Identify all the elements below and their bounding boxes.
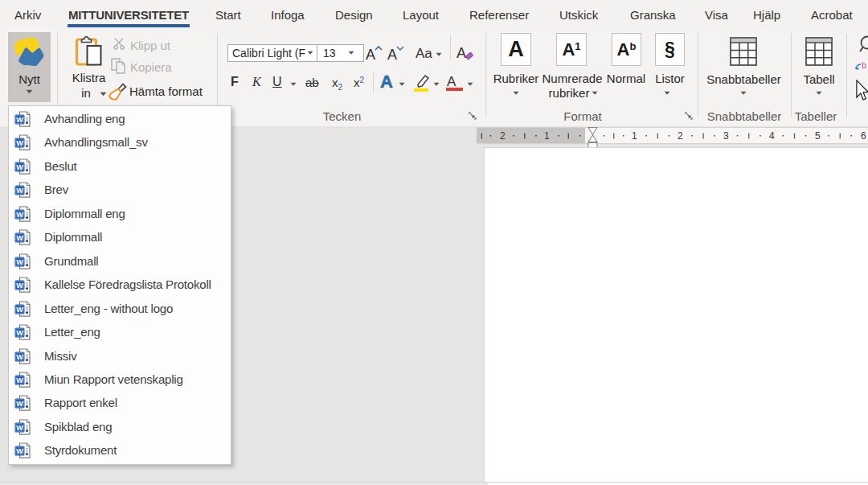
svg-text:b: b (862, 61, 866, 70)
